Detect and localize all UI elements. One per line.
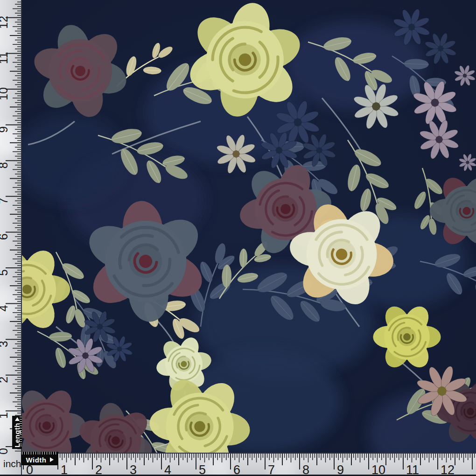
ruler-number: 12 [0,16,10,29]
ruler-number: 6 [0,233,10,240]
fabric-pattern [0,0,476,476]
horizontal-ruler: 0123456789101112 [22,453,476,476]
ruler-number: 2 [95,463,102,476]
ruler-number: 11 [0,52,10,64]
ruler-number: 9 [0,126,10,133]
ruler-number: 4 [164,463,171,476]
foliage-silhouette [14,114,126,203]
fabric-swatch-photo: 0123456789101112 0123456789101112 Length… [0,0,476,476]
ruler-number: 8 [302,463,309,476]
ruler-number: 3 [0,341,10,347]
vertical-ruler: 0123456789101112 [0,0,22,476]
ruler-number: 5 [0,269,10,276]
ruler-number: 4 [0,305,10,312]
ruler-number: 1 [61,463,68,476]
arrow-up-icon [15,417,20,421]
ruler-number: 1 [0,412,10,419]
ruler-number: 5 [199,463,206,476]
ruler-number: 12 [441,463,455,476]
ruler-number: 7 [268,463,275,476]
ruler-number: 11 [406,463,419,476]
width-banner: Width [21,452,58,465]
width-banner-miniticks [22,452,57,455]
ruler-number: 2 [0,377,10,383]
ruler-number: 10 [0,87,10,100]
length-banner-label: Length [13,423,21,448]
ruler-number: 8 [0,162,10,168]
ruler-number: 9 [337,463,344,476]
ruler-number: 0 [0,448,10,455]
ruler-number: 6 [233,463,240,476]
inch-unit-label: inch [3,458,21,469]
ruler-number: 3 [130,463,137,476]
width-banner-label: Width [26,456,46,464]
length-banner: Length [12,416,22,449]
ruler-number: 7 [0,198,10,204]
ruler-number: 10 [371,463,385,476]
arrow-right-icon [50,457,54,462]
